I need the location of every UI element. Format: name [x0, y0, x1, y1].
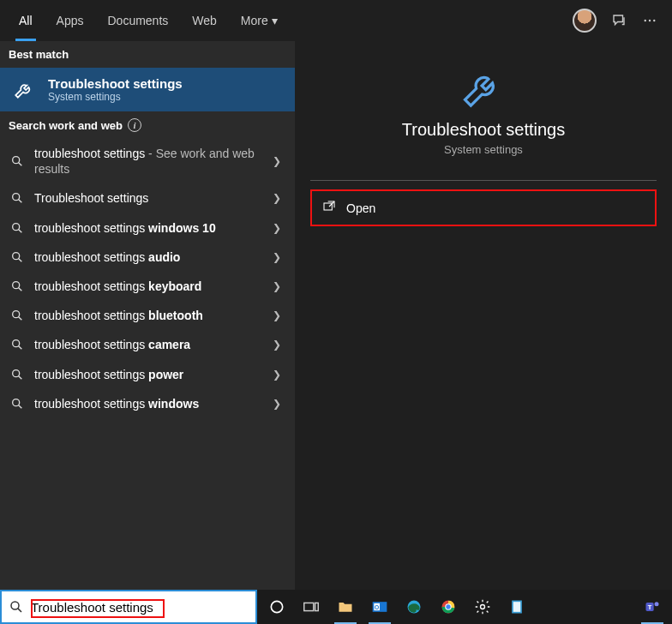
outlook-icon[interactable]: O [363, 590, 396, 624]
best-match-title: Troubleshoot settings [48, 76, 183, 91]
edge-icon[interactable] [398, 590, 430, 624]
section-best-match-title: Best match [0, 41, 295, 68]
svg-point-26 [481, 605, 485, 609]
svg-point-31 [655, 602, 659, 606]
user-avatar[interactable] [573, 9, 597, 33]
tab-more[interactable]: More▾ [229, 0, 290, 41]
chevron-right-icon[interactable]: ❯ [273, 155, 286, 167]
file-explorer-icon[interactable] [329, 590, 362, 624]
tab-all[interactable]: All [7, 0, 45, 41]
search-result[interactable]: troubleshoot settings bluetooth❯ [0, 301, 295, 330]
section-work-web-title: Search work and web i [0, 111, 295, 139]
chevron-right-icon[interactable]: ❯ [273, 398, 286, 410]
search-scope-tabs: All Apps Documents Web More▾ [0, 0, 672, 41]
svg-point-9 [13, 340, 20, 347]
result-text: troubleshoot settings audio [34, 249, 262, 265]
result-text: troubleshoot settings windows [34, 396, 262, 411]
preview-title: Troubleshoot settings [402, 120, 565, 140]
svg-point-11 [13, 399, 20, 405]
search-icon [9, 599, 24, 615]
svg-rect-16 [315, 603, 319, 610]
svg-rect-12 [324, 203, 332, 210]
search-icon [10, 338, 24, 351]
result-text: troubleshoot settings power [34, 367, 262, 382]
search-input[interactable] [31, 595, 249, 619]
task-view-icon[interactable] [295, 590, 327, 624]
svg-point-1 [649, 20, 651, 21]
tab-label: Web [192, 14, 217, 27]
feedback-icon[interactable] [607, 9, 631, 33]
svg-point-8 [13, 311, 20, 318]
svg-text:T: T [648, 603, 652, 611]
svg-point-5 [13, 223, 20, 230]
wrench-icon [459, 65, 507, 117]
wrench-icon [12, 78, 36, 102]
chevron-down-icon: ▾ [272, 14, 278, 27]
svg-rect-28 [513, 602, 520, 612]
search-result[interactable]: troubleshoot settings camera❯ [0, 330, 295, 359]
svg-point-6 [13, 253, 20, 260]
tab-label: All [19, 14, 33, 27]
svg-rect-15 [304, 603, 314, 610]
open-icon [322, 200, 336, 216]
chrome-icon[interactable] [432, 590, 465, 624]
search-result[interactable]: troubleshoot settings audio❯ [0, 243, 295, 272]
tab-label: More [241, 14, 268, 27]
tab-apps[interactable]: Apps [45, 0, 96, 41]
chevron-right-icon[interactable]: ❯ [273, 192, 286, 204]
svg-point-10 [13, 369, 20, 376]
chevron-right-icon[interactable]: ❯ [273, 251, 286, 263]
chevron-right-icon[interactable]: ❯ [273, 339, 286, 351]
svg-point-25 [446, 604, 450, 609]
search-icon [10, 279, 24, 293]
search-icon [10, 397, 24, 411]
search-icon [10, 221, 24, 235]
open-action[interactable]: Open [310, 189, 657, 226]
result-text: troubleshoot settings camera [34, 337, 262, 352]
search-icon [10, 250, 24, 264]
search-icon [10, 191, 24, 205]
taskbar-area: O T [0, 590, 672, 624]
svg-point-2 [653, 20, 655, 21]
search-icon [10, 154, 24, 168]
search-result[interactable]: troubleshoot settings keyboard❯ [0, 272, 295, 301]
info-icon[interactable]: i [128, 118, 141, 132]
search-icon [10, 309, 24, 322]
tab-documents[interactable]: Documents [95, 0, 180, 41]
svg-point-13 [11, 602, 19, 609]
best-match-subtitle: System settings [48, 91, 183, 103]
result-text: troubleshoot settings keyboard [34, 279, 262, 294]
best-match-result[interactable]: Troubleshoot settings System settings [0, 68, 295, 111]
tab-web[interactable]: Web [180, 0, 229, 41]
more-options-icon[interactable] [638, 9, 662, 33]
chevron-right-icon[interactable]: ❯ [273, 369, 286, 381]
tab-label: Apps [57, 14, 84, 27]
preview-panel: Troubleshoot settings System settings Op… [295, 41, 672, 590]
result-text: troubleshoot settings - See work and web… [34, 146, 262, 177]
open-label: Open [346, 201, 375, 215]
preview-subtitle: System settings [444, 143, 523, 156]
search-result[interactable]: troubleshoot settings windows 10❯ [0, 213, 295, 243]
search-result[interactable]: troubleshoot settings - See work and web… [0, 139, 295, 183]
teams-icon[interactable]: T [636, 590, 669, 624]
search-results-panel: Best match Troubleshoot settings System … [0, 41, 295, 590]
chevron-right-icon[interactable]: ❯ [273, 280, 286, 292]
svg-text:O: O [375, 604, 379, 610]
svg-point-4 [13, 194, 20, 201]
chevron-right-icon[interactable]: ❯ [273, 309, 286, 321]
svg-point-3 [13, 157, 20, 164]
search-box[interactable] [0, 590, 257, 624]
section-label: Search work and web [9, 119, 123, 132]
search-result[interactable]: troubleshoot settings power❯ [0, 360, 295, 389]
search-result[interactable]: Troubleshoot settings❯ [0, 183, 295, 213]
chevron-right-icon[interactable]: ❯ [273, 222, 286, 234]
svg-point-7 [13, 282, 20, 289]
svg-point-0 [645, 20, 646, 21]
tab-label: Documents [107, 14, 168, 27]
cortana-icon[interactable] [261, 590, 293, 624]
settings-icon[interactable] [466, 590, 499, 624]
svg-point-14 [271, 601, 282, 612]
notepad-icon[interactable] [501, 590, 533, 624]
search-icon [10, 368, 24, 381]
search-result[interactable]: troubleshoot settings windows❯ [0, 389, 295, 418]
